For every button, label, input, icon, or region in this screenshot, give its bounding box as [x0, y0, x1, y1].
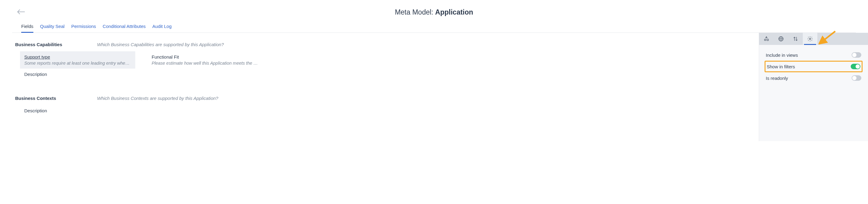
svg-point-3: [764, 39, 766, 41]
main-content: Business CapabilitiesWhich Business Capa…: [0, 33, 759, 141]
tab-conditional-attributes[interactable]: Conditional Attributes: [103, 24, 146, 32]
side-tabs: [759, 33, 868, 45]
field-card[interactable]: Description: [20, 105, 135, 117]
back-button[interactable]: [17, 9, 25, 14]
section: Business CapabilitiesWhich Business Capa…: [15, 42, 744, 81]
field-name: Description: [24, 71, 131, 77]
svg-marker-2: [766, 37, 767, 38]
gear-icon[interactable]: [803, 33, 817, 45]
section-desc: Which Business Contexts are supported by…: [97, 96, 218, 101]
toggle[interactable]: [851, 64, 860, 69]
setting-label: Show in filters: [767, 64, 795, 69]
field-card[interactable]: Support typeSome reports require at leas…: [20, 51, 135, 68]
section-header: Business CapabilitiesWhich Business Capa…: [15, 42, 744, 47]
tab-fields[interactable]: Fields: [21, 24, 33, 32]
field-name: Support type: [24, 54, 131, 59]
setting-row: Is readonly: [765, 72, 863, 84]
setting-label: Is readonly: [766, 76, 788, 81]
shapes-icon[interactable]: [759, 33, 774, 45]
settings-list: Include in viewsShow in filtersIs readon…: [759, 45, 868, 88]
toggle[interactable]: [851, 52, 861, 58]
page-title: Meta Model: Application: [12, 8, 856, 17]
tab-audit-log[interactable]: Audit Log: [152, 24, 172, 32]
field-card[interactable]: Functional FitPlease estimate how well t…: [147, 51, 262, 68]
setting-row: Include in views: [765, 49, 863, 61]
field-name: Functional Fit: [152, 54, 258, 59]
main-tabs: FieldsQuality SealPermissionsConditional…: [12, 17, 856, 33]
tab-permissions[interactable]: Permissions: [71, 24, 96, 32]
section-header: Business ContextsWhich Business Contexts…: [15, 96, 744, 101]
section-title: Business Contexts: [15, 96, 97, 101]
field-help: Some reports require at least one leadin…: [24, 61, 131, 65]
svg-rect-4: [767, 39, 769, 41]
field-name: Description: [24, 108, 131, 113]
section-title: Business Capabilities: [15, 42, 97, 47]
side-panel: Include in viewsShow in filtersIs readon…: [759, 33, 868, 141]
section-desc: Which Business Capabilities are supporte…: [97, 42, 224, 47]
title-name: Application: [435, 8, 473, 16]
title-prefix: Meta Model:: [395, 8, 435, 16]
field-card[interactable]: Description: [20, 68, 135, 81]
fields-row: Support typeSome reports require at leas…: [15, 51, 744, 68]
toggle[interactable]: [851, 75, 861, 81]
svg-point-10: [809, 38, 811, 40]
fields-row: Description: [15, 105, 744, 117]
section: Business ContextsWhich Business Contexts…: [15, 96, 744, 117]
tab-quality-seal[interactable]: Quality Seal: [40, 24, 65, 32]
field-help: Please estimate how well this Applicatio…: [152, 61, 258, 65]
globe-icon[interactable]: [774, 33, 788, 45]
setting-row: Show in filters: [765, 61, 863, 72]
setting-label: Include in views: [766, 53, 798, 58]
fields-row: Description: [15, 68, 744, 81]
sort-icon[interactable]: [788, 33, 803, 45]
